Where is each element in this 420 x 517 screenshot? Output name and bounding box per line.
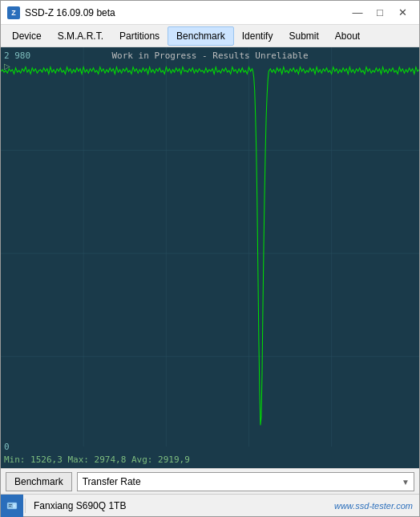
window-controls: — □ ✕ xyxy=(347,5,413,21)
website-url: www.ssd-tester.com xyxy=(328,501,419,511)
benchmark-button[interactable]: Benchmark xyxy=(6,472,72,491)
menu-item-partitions[interactable]: Partitions xyxy=(111,27,168,45)
y-axis-min-label: 0 xyxy=(4,442,10,452)
minimize-button[interactable]: — xyxy=(347,5,368,21)
menu-bar: Device S.M.A.R.T. Partitions Benchmark I… xyxy=(1,25,419,47)
menu-item-about[interactable]: About xyxy=(327,27,368,45)
svg-rect-10 xyxy=(9,504,12,505)
status-divider xyxy=(25,499,26,513)
title-bar: Z SSD-Z 16.09.09 beta — □ ✕ xyxy=(1,1,419,25)
app-icon: Z xyxy=(7,6,20,19)
window-title: SSD-Z 16.09.09 beta xyxy=(25,7,115,18)
maximize-button[interactable]: □ xyxy=(370,5,390,21)
chart-svg xyxy=(1,47,419,468)
chart-stats: Min: 1526,3 Max: 2974,8 Avg: 2919,9 xyxy=(4,454,416,465)
close-button[interactable]: ✕ xyxy=(392,5,413,21)
menu-item-smart[interactable]: S.M.A.R.T. xyxy=(50,27,111,45)
status-bar: Fanxiang S690Q 1TB www.ssd-tester.com xyxy=(1,494,419,516)
y-axis-max-label: 2 980 xyxy=(4,50,30,61)
svg-point-9 xyxy=(14,504,16,507)
chart-type-dropdown[interactable]: Transfer Rate Access Time IOPS xyxy=(77,472,414,491)
drive-svg-icon xyxy=(6,499,18,512)
dropdown-container: Transfer Rate Access Time IOPS ▼ xyxy=(77,472,414,491)
menu-item-benchmark[interactable]: Benchmark xyxy=(168,26,234,46)
menu-item-submit[interactable]: Submit xyxy=(281,27,326,45)
menu-item-device[interactable]: Device xyxy=(4,27,50,45)
drive-icon xyxy=(1,495,23,517)
play-indicator: ▷ xyxy=(4,62,10,71)
app-window: Z SSD-Z 16.09.09 beta — □ ✕ Device S.M.A… xyxy=(0,0,420,517)
title-bar-left: Z SSD-Z 16.09.09 beta xyxy=(7,6,115,19)
bottom-controls: Benchmark Transfer Rate Access Time IOPS… xyxy=(1,468,419,494)
svg-rect-11 xyxy=(9,506,11,507)
drive-name-label: Fanxiang S690Q 1TB xyxy=(27,500,328,511)
benchmark-chart: 2 980 Work in Progress - Results Unrelia… xyxy=(1,47,419,468)
menu-item-identify[interactable]: Identify xyxy=(234,27,281,45)
